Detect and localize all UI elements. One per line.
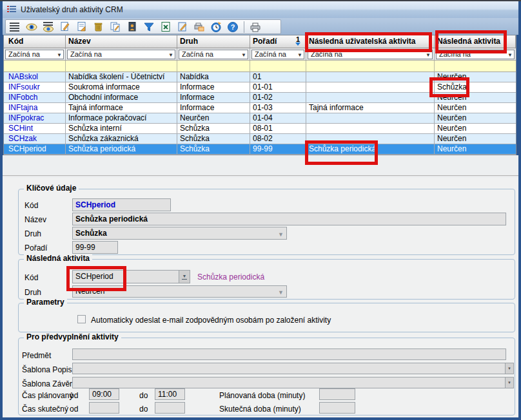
column-header-poradi[interactable]: Pořadí 1 <box>250 35 306 48</box>
table-row[interactable]: INFtajna Tajná informace Informace 01-03… <box>4 103 516 113</box>
chevron-down-icon: ▼ <box>278 229 284 240</box>
chevron-down-icon: ▼ <box>278 287 284 298</box>
poradi-field: 99-99 <box>72 241 118 254</box>
expand-button[interactable]: ▼ <box>505 363 513 374</box>
window-top-edge <box>0 0 521 1</box>
sort-indicator: 1 <box>295 36 300 46</box>
filter-kod[interactable]: Začíná na▼ <box>5 50 64 59</box>
annotation-box-header-nasledna <box>435 30 507 53</box>
browse-list-icon[interactable] <box>8 21 22 33</box>
groupbox-legend: Klíčové údaje <box>24 184 79 193</box>
groupbox-legend: Pro předvyplnění aktivity <box>24 332 121 341</box>
new-record-icon[interactable] <box>58 21 72 33</box>
horizontal-divider <box>3 175 518 177</box>
groupbox-legend: Následná aktivita <box>24 254 92 263</box>
nasledna-kod-popis: Schůzka periodická <box>197 272 264 282</box>
dropdown-arrow-icon: ▼ <box>297 51 302 59</box>
crm-window: Uživatelský druh aktivity CRM ? Kód Náze… <box>0 0 521 420</box>
excel-export-icon[interactable] <box>159 21 173 33</box>
sablona-popis-field[interactable]: ▼ <box>72 363 514 374</box>
window-title: Uživatelský druh aktivity CRM <box>21 5 123 14</box>
sablona-popis-label: Šablona Popis <box>22 365 72 374</box>
skut-doba-field[interactable] <box>319 402 355 414</box>
table-row[interactable]: INFpokrac Informace pokračovací Neurčen … <box>4 113 516 124</box>
poradi-label: Pořadí <box>25 243 47 253</box>
print-copy-icon[interactable] <box>192 21 206 33</box>
expand-button[interactable]: ▼ <box>505 377 513 388</box>
druh-label: Druh <box>25 229 41 238</box>
plan-doba-field[interactable] <box>319 388 355 400</box>
skut-doba-label: Skutečná doba (minuty) <box>219 405 301 414</box>
app-icon <box>6 4 17 16</box>
auto-email-checkbox[interactable] <box>77 315 86 323</box>
dropdown-arrow-icon: ▼ <box>507 51 513 59</box>
column-header-kod[interactable]: Kód <box>4 35 66 48</box>
kod-field: SCHperiod <box>72 198 171 211</box>
cas-plan-od-field[interactable]: 09:00 <box>89 388 119 400</box>
dropdown-arrow-icon: ▼ <box>168 51 173 59</box>
table-row[interactable]: SCHzak Schůzka zákaznická Schůzka 08-02 … <box>4 134 516 144</box>
edit-record-icon[interactable] <box>75 21 89 33</box>
help-icon[interactable]: ? <box>226 21 240 33</box>
dropdown-arrow-icon: ▼ <box>57 51 62 59</box>
nazev-field: Schůzka periodická <box>72 213 506 225</box>
title-bar: Uživatelský druh aktivity CRM <box>3 1 518 18</box>
predmet-label: Předmět <box>22 351 51 360</box>
do-label: do <box>139 405 148 414</box>
cas-skut-do-field[interactable] <box>155 402 185 414</box>
delete-record-icon[interactable] <box>92 21 106 33</box>
druh-combo[interactable]: Schůzka▼ <box>72 227 287 240</box>
toolbar: ? <box>5 19 281 34</box>
nasledna-kod-label: Kód <box>25 273 38 282</box>
view-eye-icon[interactable] <box>25 21 39 33</box>
wizard-icon[interactable] <box>125 21 139 33</box>
nasledna-druh-label: Druh <box>25 288 41 297</box>
table-row-selected[interactable]: SCHperiod Schůzka periodická Schůzka 99-… <box>4 144 516 155</box>
grid-form-gap <box>3 155 518 178</box>
table-row[interactable]: SCHint Schůzka interní Schůzka 08-01 Neu… <box>4 124 516 134</box>
annotation-box-cell-schuzka-periodicka <box>305 140 378 165</box>
filter-icon[interactable] <box>142 21 156 33</box>
grid-new-row[interactable] <box>4 61 516 72</box>
od-label: od <box>70 391 78 400</box>
nazev-label: Název <box>25 215 46 224</box>
print-icon[interactable] <box>248 21 262 33</box>
column-header-druh[interactable]: Druh <box>177 35 250 48</box>
lookup-arrow-icon: ▼ <box>182 274 188 280</box>
predmet-field[interactable] <box>72 348 506 360</box>
toolbar-separator <box>244 21 244 33</box>
note-edit-icon[interactable] <box>175 21 190 33</box>
filter-nazev[interactable]: Začíná na▼ <box>67 50 175 59</box>
filter-poradi[interactable]: Začíná na▼ <box>251 50 304 59</box>
annotation-box-form-kod <box>66 266 126 291</box>
filter-druh[interactable]: Začíná na▼ <box>179 50 248 59</box>
cas-skut-od-field[interactable] <box>89 402 119 414</box>
history-clock-icon[interactable] <box>209 21 223 33</box>
annotation-box-cell-schuzka <box>429 77 469 97</box>
sablona-zaver-label: Šablona Závěr <box>22 379 72 388</box>
cas-planovany-label: Čas plánovaný <box>22 391 73 400</box>
annotation-box-header-nasledna-uzivatelska <box>305 32 432 52</box>
column-header-nazev[interactable]: Název <box>66 35 177 48</box>
od-label: od <box>70 405 78 414</box>
view-columns-icon[interactable] <box>41 21 55 33</box>
do-label: do <box>139 391 148 400</box>
sablona-zaver-field[interactable]: ▼ <box>72 377 514 388</box>
plan-doba-label: Plánovaná doba (minuty) <box>219 391 305 400</box>
copy-record-icon[interactable] <box>108 21 123 33</box>
kod-label: Kód <box>25 201 38 210</box>
svg-text:?: ? <box>231 23 235 31</box>
auto-email-label: Automaticky odeslat e-mail zodpovědným o… <box>91 316 331 325</box>
cas-skutecny-label: Čas skutečný <box>22 405 68 414</box>
cas-plan-do-field[interactable]: 11:00 <box>155 388 185 400</box>
groupbox-legend: Parametry <box>24 298 67 307</box>
dropdown-arrow-icon: ▼ <box>241 51 246 59</box>
lookup-button[interactable]: ▼ <box>179 270 190 283</box>
